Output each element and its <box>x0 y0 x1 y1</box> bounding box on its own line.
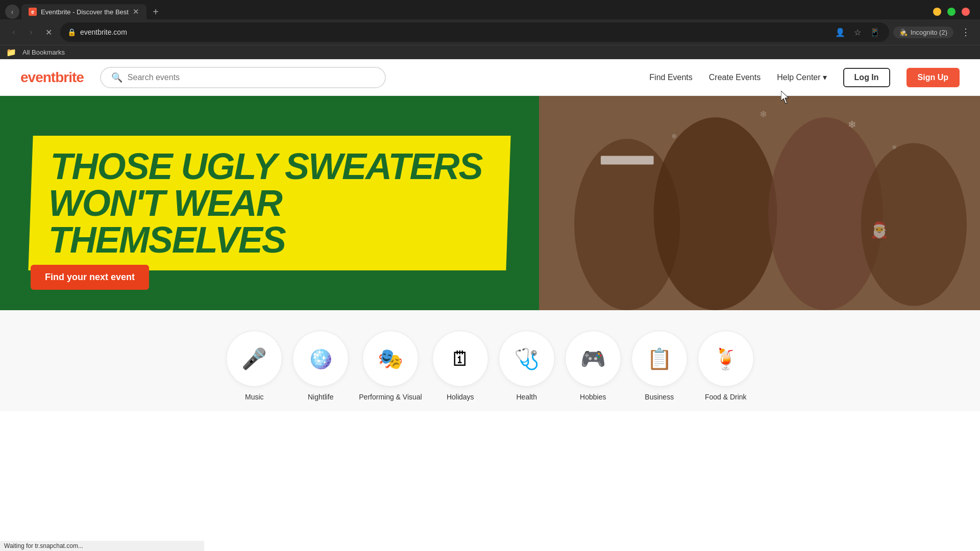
url-display: eventbrite.com <box>80 28 829 36</box>
bookmarks-bar: 📁 All Bookmarks <box>0 45 980 59</box>
category-icon-hobbies: 🎮 <box>565 331 621 387</box>
browser-right-actions: 🕵 Incognito (2) ⋮ <box>893 24 974 40</box>
profile-icon-btn[interactable]: 👤 <box>833 25 847 39</box>
category-label-music: Music <box>245 393 264 401</box>
svg-text:❄: ❄ <box>671 132 677 140</box>
svg-text:❄: ❄ <box>892 144 897 151</box>
search-icon: 🔍 <box>111 72 122 83</box>
tab-close-btn[interactable]: ✕ <box>133 7 139 16</box>
find-event-cta-button[interactable]: Find your next event <box>31 265 149 290</box>
category-label-business: Business <box>645 393 674 401</box>
address-bar: ‹ › ✕ 🔒 eventbrite.com 👤 ☆ 📱 🕵 Incognito… <box>0 19 980 45</box>
svg-point-2 <box>654 117 777 310</box>
tab-favicon: e <box>29 8 37 16</box>
tab-title: Eventbrite - Discover the Best <box>41 8 129 16</box>
category-icon-health: 🩺 <box>499 331 555 387</box>
category-label-holidays: Holidays <box>447 393 474 401</box>
category-item-performing-visual[interactable]: 🎭Performing & Visual <box>359 331 422 401</box>
category-icon-food-drink: 🍹 <box>698 331 754 387</box>
category-item-nightlife[interactable]: 🪩Nightlife <box>292 331 349 401</box>
category-icon-performing-visual: 🎭 <box>362 331 419 387</box>
categories-section: 🎤Music🪩Nightlife🎭Performing & Visual🗓Hol… <box>0 310 980 411</box>
category-icon-holidays: 🗓 <box>432 331 488 387</box>
sign-up-button[interactable]: Sign Up <box>906 68 960 87</box>
window-close-btn[interactable] <box>962 8 970 16</box>
category-item-holidays[interactable]: 🗓Holidays <box>432 331 488 401</box>
forward-button[interactable]: › <box>23 24 39 40</box>
star-bookmark-btn[interactable]: ☆ <box>850 25 865 39</box>
help-center-label: Help Center <box>777 73 820 82</box>
address-actions: 👤 ☆ 📱 <box>833 25 882 39</box>
category-label-nightlife: Nightlife <box>308 393 334 401</box>
incognito-button[interactable]: 🕵 Incognito (2) <box>893 27 953 38</box>
category-icon-business: 📋 <box>631 331 688 387</box>
window-minimize-btn[interactable] <box>933 8 941 16</box>
log-in-button[interactable]: Log In <box>843 68 890 87</box>
more-options-btn[interactable]: ⋮ <box>958 24 974 40</box>
category-label-health: Health <box>517 393 537 401</box>
incognito-label: Incognito (2) <box>911 29 947 36</box>
browser-chrome: ‹ e Eventbrite - Discover the Best ✕ + ‹… <box>0 0 980 59</box>
category-icon-nightlife: 🪩 <box>292 331 349 387</box>
cast-btn[interactable]: 📱 <box>868 25 882 39</box>
search-bar-container[interactable]: 🔍 <box>100 67 386 88</box>
svg-text:❄: ❄ <box>760 109 767 119</box>
help-center-dropdown[interactable]: Help Center ▾ <box>777 72 826 82</box>
category-item-food-drink[interactable]: 🍹Food & Drink <box>698 331 754 401</box>
svg-text:🎅: 🎅 <box>870 221 889 239</box>
browser-tab[interactable]: e Eventbrite - Discover the Best ✕ <box>21 4 146 19</box>
category-label-performing-visual: Performing & Visual <box>359 393 422 401</box>
tab-nav-back-btn[interactable]: ‹ <box>5 5 19 19</box>
category-label-food-drink: Food & Drink <box>705 393 747 401</box>
navbar: eventbrite 🔍 Find Events Create Events H… <box>0 59 980 96</box>
hero-line1: THOSE UGLY SWEATERS <box>51 148 492 185</box>
chevron-down-icon: ▾ <box>823 72 827 82</box>
nav-controls: ‹ › ✕ <box>6 24 56 40</box>
hero-right-panel: ❄ ❄ ❄ ❄ 🎅 <box>539 96 980 310</box>
hero-line2: WON'T WEAR THEMSELVES <box>48 185 489 258</box>
incognito-icon: 🕵 <box>899 29 908 36</box>
nav-links: Find Events Create Events Help Center ▾ … <box>649 68 960 87</box>
svg-rect-6 <box>601 156 654 165</box>
svg-text:❄: ❄ <box>848 119 856 130</box>
hero-text-block: THOSE UGLY SWEATERS WON'T WEAR THEMSELVE… <box>28 136 510 270</box>
window-controls <box>933 8 975 16</box>
category-item-health[interactable]: 🩺Health <box>499 331 555 401</box>
window-maximize-btn[interactable] <box>947 8 955 16</box>
eventbrite-logo[interactable]: eventbrite <box>20 69 84 86</box>
create-events-link[interactable]: Create Events <box>709 73 761 82</box>
hero-banner: THOSE UGLY SWEATERS WON'T WEAR THEMSELVE… <box>0 96 980 310</box>
category-icon-music: 🎤 <box>226 331 282 387</box>
all-bookmarks-link[interactable]: All Bookmarks <box>19 47 68 57</box>
hero-people-image: ❄ ❄ ❄ ❄ 🎅 <box>539 96 980 310</box>
lock-icon: 🔒 <box>67 28 76 36</box>
category-label-hobbies: Hobbies <box>580 393 606 401</box>
reload-button[interactable]: ✕ <box>41 24 56 40</box>
address-box[interactable]: 🔒 eventbrite.com 👤 ☆ 📱 <box>60 22 889 42</box>
find-events-link[interactable]: Find Events <box>649 73 692 82</box>
back-button[interactable]: ‹ <box>6 24 21 40</box>
category-item-business[interactable]: 📋Business <box>631 331 688 401</box>
new-tab-btn[interactable]: + <box>149 5 163 19</box>
tab-bar: ‹ e Eventbrite - Discover the Best ✕ + <box>0 0 980 19</box>
bookmarks-folder-icon: 📁 <box>6 47 16 57</box>
site-wrapper: eventbrite 🔍 Find Events Create Events H… <box>0 59 980 411</box>
category-item-music[interactable]: 🎤Music <box>226 331 282 401</box>
category-item-hobbies[interactable]: 🎮Hobbies <box>565 331 621 401</box>
search-input[interactable] <box>128 73 375 82</box>
